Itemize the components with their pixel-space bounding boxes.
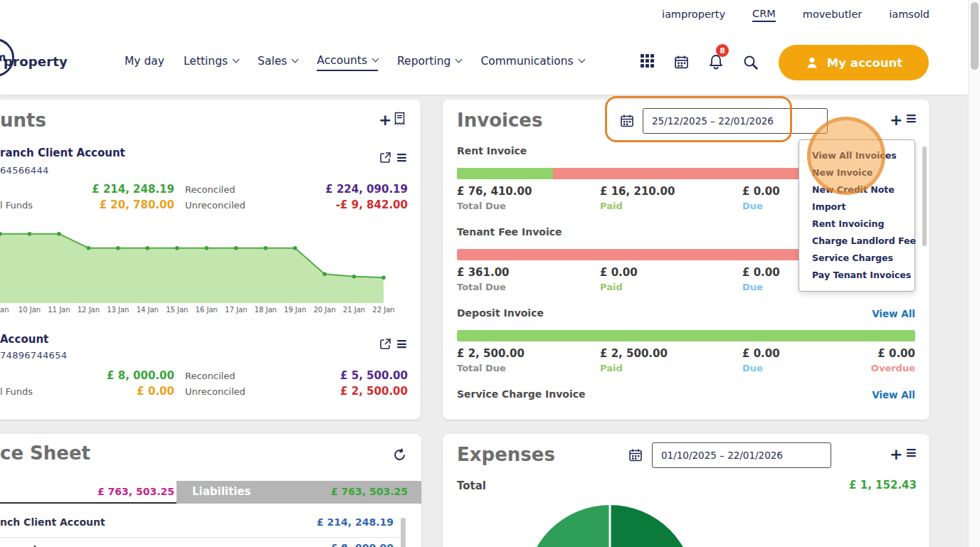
logo-text: property (4, 54, 68, 69)
add-invoice-icon[interactable]: + (890, 112, 902, 128)
menu-item-charge-landlord-fee[interactable]: Charge Landlord Fee (799, 233, 915, 250)
menu-item-rent-invoicing[interactable]: Rent Invoicing (799, 216, 915, 233)
menu-item-service-charges[interactable]: Service Charges (799, 250, 915, 267)
refresh-icon[interactable] (393, 448, 406, 462)
pie-slice-divider (609, 505, 611, 547)
stat-value: £ 0.00 (742, 347, 780, 360)
svg-text:13 Jan: 13 Jan (107, 306, 129, 314)
view-all-deposit-link[interactable]: View All (872, 308, 915, 319)
card-scrollbar-thumb[interactable] (401, 518, 406, 547)
svg-text:17 Jan: 17 Jan (225, 306, 247, 314)
row-divider (0, 537, 399, 538)
stat-due: £ 0.00 Due (742, 347, 780, 373)
stat-value: £ 2, 500.00 (457, 347, 525, 360)
expenses-card: Expenses + ≡ Total £ 1, 152.43 (443, 434, 929, 547)
add-account-icon[interactable]: + (379, 112, 391, 128)
account-balance-chart: 9 Jan10 Jan11 Jan12 Jan13 Jan14 Jan15 Ja… (0, 222, 400, 316)
top-link-movebutler[interactable]: movebutler (803, 9, 863, 21)
account-menu-icon[interactable]: ≡ (396, 150, 408, 164)
stat-label: Overdue (871, 363, 915, 373)
reconciled-value: £ 5, 500.00 (232, 369, 408, 382)
section-label-rent-invoice: Rent Invoice (457, 145, 527, 156)
svg-text:12 Jan: 12 Jan (78, 306, 100, 314)
section-label-tenant-fee-invoice: Tenant Fee Invoice (457, 226, 562, 238)
svg-text:19 Jan: 19 Jan (284, 306, 306, 314)
menu-item-view-all-invoices[interactable]: View All Invoices (799, 147, 915, 164)
stat-total-due: £ 76, 410.00 Total Due (457, 185, 532, 211)
liabilities-label: Liabilities (192, 485, 251, 498)
main-nav-bar: iam property My day Lettings Sales Accou… (0, 30, 968, 95)
nav-label: Reporting (397, 55, 451, 68)
account-link[interactable]: ranch Client Account (0, 147, 125, 159)
accounts-card: unts + ranch Client Account ≡ 64566444 £… (0, 100, 421, 420)
nav-item-my-day[interactable]: My day (125, 55, 164, 70)
notification-badge: 8 (716, 44, 729, 57)
nav-item-lettings[interactable]: Lettings (184, 55, 238, 70)
svg-text:9 Jan: 9 Jan (0, 306, 9, 314)
expenses-menu-icon[interactable]: ≡ (905, 445, 917, 460)
add-expense-icon[interactable]: + (890, 447, 902, 462)
reconciled-label: Reconciled (185, 371, 235, 381)
chevron-down-icon (578, 56, 585, 63)
page-scrollbar[interactable] (968, 0, 980, 547)
primary-nav: My day Lettings Sales Accounts Reporting… (125, 30, 584, 95)
invoices-date-range-input[interactable] (643, 108, 828, 134)
card-scrollbar-thumb[interactable] (922, 147, 927, 246)
menu-item-pay-tenant-invoices[interactable]: Pay Tenant Invoices (799, 267, 915, 284)
external-link-icon[interactable] (380, 339, 391, 349)
nav-item-sales[interactable]: Sales (258, 55, 297, 70)
header: iamproperty CRM movebutler iamsold iam p… (0, 0, 980, 95)
external-link-icon[interactable] (380, 152, 391, 163)
section-label-service-charge-invoice: Service Charge Invoice (457, 388, 586, 400)
top-link-iamproperty[interactable]: iamproperty (662, 9, 725, 21)
calendar-icon[interactable] (629, 449, 642, 462)
svg-text:15 Jan: 15 Jan (166, 306, 188, 314)
account-link[interactable]: Account (0, 333, 48, 346)
bar-paid-fill (457, 168, 553, 179)
funds-label: l Funds (0, 200, 33, 211)
page-scrollbar-thumb[interactable] (971, 2, 979, 70)
menu-item-import[interactable]: Import (799, 198, 915, 216)
balance-sheet-card: ce Sheet £ 763, 503.25 Liabilities £ 763… (0, 434, 421, 547)
account-number: 74896744654 (0, 350, 67, 361)
top-link-crm[interactable]: CRM (752, 8, 776, 22)
nav-item-reporting[interactable]: Reporting (397, 55, 461, 70)
expenses-pie (525, 505, 695, 547)
funds-value: £ 20, 780.00 (40, 198, 174, 211)
menu-item-new-credit-note[interactable]: New Credit Note (799, 181, 915, 198)
svg-text:16 Jan: 16 Jan (196, 306, 218, 314)
my-account-button[interactable]: My account (779, 45, 929, 80)
apps-grid-icon[interactable] (641, 54, 654, 68)
chevron-down-icon (292, 56, 299, 63)
nav-item-accounts[interactable]: Accounts (317, 54, 378, 71)
assets-header-cell: £ 763, 503.25 (0, 481, 176, 504)
stat-label: Paid (600, 363, 668, 373)
invoices-menu-icon[interactable]: ≡ (905, 111, 917, 125)
view-all-service-charge-link[interactable]: View All (872, 389, 915, 400)
svg-text:20 Jan: 20 Jan (313, 306, 335, 314)
balance-row-name[interactable]: ccount (0, 543, 38, 547)
calendar-icon[interactable] (621, 115, 633, 127)
receipt-icon[interactable] (394, 112, 405, 125)
chevron-down-icon (455, 56, 463, 63)
stat-paid: £ 2, 500.00 Paid (600, 347, 668, 373)
nav-item-communications[interactable]: Communications (480, 55, 584, 70)
unreconciled-value: £ 2, 500.00 (232, 385, 408, 398)
top-link-iamsold[interactable]: iamsold (889, 9, 929, 21)
stat-overdue: £ 0.00 Overdue (871, 347, 915, 373)
account-menu-icon[interactable]: ≡ (396, 336, 408, 351)
search-icon[interactable] (743, 55, 758, 70)
section-label-deposit-invoice: Deposit Invoice (457, 307, 544, 319)
stat-value: £ 0.00 (600, 266, 638, 279)
liabilities-total: £ 763, 503.25 (331, 486, 408, 497)
calendar-icon[interactable] (675, 55, 688, 69)
stat-due: £ 0.00 Due (742, 185, 780, 211)
reconciled-value: £ 224, 090.19 (232, 183, 408, 196)
svg-text:22 Jan: 22 Jan (372, 306, 394, 314)
balance-row-name[interactable]: nch Client Account (0, 516, 105, 528)
stat-value: £ 361.00 (457, 266, 510, 279)
expenses-date-range-input[interactable] (652, 442, 831, 468)
stat-total-due: £ 361.00 Total Due (457, 266, 510, 292)
stat-paid: £ 16, 210.00 Paid (600, 185, 675, 211)
menu-item-new-invoice[interactable]: New Invoice (799, 164, 915, 181)
